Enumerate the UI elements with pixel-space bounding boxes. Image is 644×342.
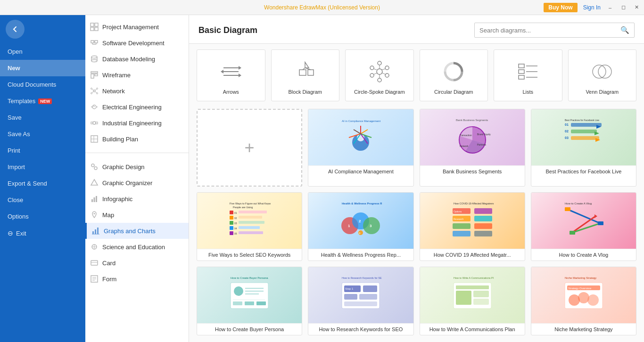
svg-text:03: 03 [565,136,569,139]
template-card-fb-live[interactable]: Best Practices for Facebook Live 01 02 0… [531,109,636,187]
restore-button[interactable]: ◻ [619,4,627,11]
sidebar-item-options[interactable]: Options [0,208,85,225]
print-label: Print [8,147,20,154]
sidebar-item-print[interactable]: Print [0,142,85,159]
export-label: Export & Send [8,180,47,187]
circular-diagram-icon [442,60,465,84]
diagram-card-circular[interactable]: Circular Diagram [420,49,488,101]
sidebar-item-open[interactable]: Open [0,43,85,60]
template-card-vlog[interactable]: How to Create A Vlog How [531,192,636,261]
template-card-niche[interactable]: Niche Marketing Strategy Strategy Overvi… [531,267,636,335]
svg-point-13 [91,60,97,62]
svg-rect-118 [230,211,233,214]
svg-text:Strategy Overview: Strategy Overview [568,287,592,290]
close-button[interactable]: ✕ [633,4,640,11]
buyer-label: How to Create Buyer Persona [197,324,302,335]
nav-item-industrial-eng[interactable]: Industrial Engineering [85,115,189,131]
sidebar-item-exit[interactable]: ⊖ Exit [0,225,85,242]
graphs-charts-label: Graphs and Charts [104,228,156,235]
nav-item-science-edu[interactable]: Science and Education [85,239,189,255]
electrical-eng-label: Electrical Engineering [102,104,162,111]
covid-thumb: How COVID-19 Affected Megatrends Options… [420,193,525,249]
sidebar-item-new[interactable]: New [0,60,85,76]
svg-text:01: 01 [234,212,237,214]
template-card-bank-segments[interactable]: Bank Business Segments Brand Equity Part… [420,109,525,187]
diagram-card-block[interactable]: Block Diagram [271,49,340,101]
sidebar-item-templates[interactable]: Templates NEW [0,93,85,109]
template-card-ai-compliance[interactable]: AI in Compliance Management [308,109,413,187]
sidebar-item-save-as[interactable]: Save As [0,126,85,142]
svg-rect-43 [96,196,97,202]
diagram-card-circle-spoke[interactable]: Circle-Spoke Diagram [345,49,414,101]
nav-divider [85,153,189,153]
svg-rect-112 [571,136,599,140]
buy-now-button[interactable]: Buy Now [544,3,577,12]
svg-rect-185 [473,291,489,297]
nav-item-form[interactable]: Form [85,271,189,287]
search-button[interactable]: 🔍 [616,23,634,37]
wireframe-icon [90,71,99,79]
circle-spoke-label: Circle-Spoke Diagram [354,89,405,95]
template-card-comms[interactable]: How to Write A Communications Plan How t… [420,267,525,335]
svg-rect-184 [456,291,471,305]
nav-item-building-plan[interactable]: Building Plan [85,131,189,147]
nav-item-infographic[interactable]: Infographic [85,191,189,207]
svg-rect-161 [598,221,603,225]
nav-item-map[interactable]: Map [85,207,189,223]
template-card-health[interactable]: Health & Wellness Progress Report 1 2 3 … [308,192,413,261]
svg-rect-130 [230,231,233,235]
svg-rect-150 [474,216,492,221]
svg-rect-5 [95,41,98,43]
template-grid: + AI in Compliance Management [189,107,644,341]
minimize-button[interactable]: – [606,4,614,11]
sign-in-button[interactable]: Sign In [583,4,601,11]
svg-line-77 [382,69,386,70]
svg-point-39 [94,167,97,170]
nav-item-project-mgmt[interactable]: Project Management [85,19,189,35]
nav-item-graphic-organizer[interactable]: Graphic Organizer [85,175,189,191]
svg-rect-162 [570,231,575,235]
close-label: Close [8,196,23,204]
nav-item-network[interactable]: Network [85,83,189,99]
svg-line-99 [354,130,361,134]
svg-rect-42 [94,197,95,202]
diagram-card-arrows[interactable]: Arrows [197,49,265,101]
sidebar-item-import[interactable]: Import [0,159,85,175]
nav-item-wireframe[interactable]: Wireframe [85,67,189,83]
search-input[interactable] [475,24,616,37]
svg-text:People are Using: People are Using [233,206,253,209]
niche-label: Niche Marketing Strategy [531,324,636,335]
sidebar-item-save[interactable]: Save [0,109,85,126]
svg-line-156 [572,216,595,233]
middle-nav: Project Management Software Development … [85,15,189,342]
form-icon [90,275,99,283]
page-title: Basic Diagram [198,25,257,35]
nav-item-db-modeling[interactable]: Database Modeling [85,51,189,67]
template-card-covid[interactable]: How COVID-19 Affected Megatrends Options… [420,192,525,261]
template-card-seo[interactable]: Five Ways to Figure out What Keywords Pe… [197,192,302,261]
nav-item-electrical-eng[interactable]: Electrical Engineering [85,99,189,115]
svg-line-24 [92,91,94,93]
svg-rect-124 [230,221,233,225]
nav-item-software-dev[interactable]: Software Development [85,35,189,51]
svg-line-81 [373,69,377,70]
diagram-card-venn[interactable]: Venn Diagram [568,49,637,101]
sidebar-item-cloud[interactable]: Cloud Documents [0,76,85,93]
svg-marker-159 [594,214,597,218]
template-card-research[interactable]: How to Research Keywords for SEO Step 1 … [308,267,413,335]
sidebar-item-export[interactable]: Export & Send [0,175,85,192]
form-label: Form [102,276,116,283]
new-diagram-card[interactable]: + [197,109,302,187]
lists-label: Lists [522,89,533,95]
svg-point-69 [377,69,382,74]
nav-item-graphs-charts[interactable]: Graphs and Charts [85,223,189,239]
diagram-card-lists[interactable]: Lists [494,49,562,101]
sidebar-item-close[interactable]: Close [0,192,85,208]
svg-point-73 [378,78,381,82]
nav-item-card[interactable]: Card [85,255,189,271]
infographic-label: Infographic [102,195,132,203]
back-button[interactable] [6,20,25,39]
template-card-buyer[interactable]: How to Create Buyer Persona [197,267,302,335]
nav-item-graphic-design[interactable]: Graphic Design [85,159,189,175]
svg-rect-41 [91,199,93,202]
